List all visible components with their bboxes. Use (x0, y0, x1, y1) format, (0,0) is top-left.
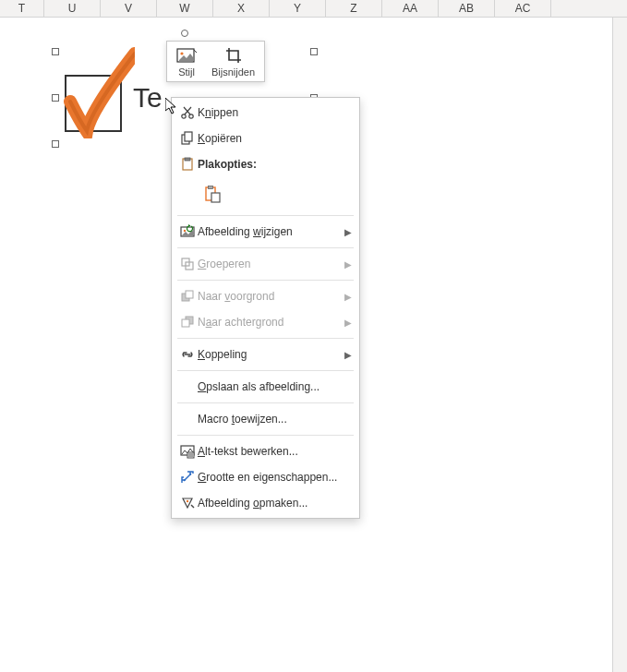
menu-separator (177, 370, 354, 371)
svg-rect-5 (185, 132, 192, 141)
style-label: Stijl (178, 66, 195, 78)
cut-icon (177, 105, 198, 120)
right-ruler (612, 18, 627, 672)
svg-rect-16 (186, 291, 193, 298)
bring-front-icon (177, 289, 198, 304)
submenu-arrow-icon: ▶ (344, 318, 352, 328)
crop-label: Bijsnijden (211, 66, 255, 78)
menu-copy[interactable]: Kopiëren (172, 126, 359, 151)
link-icon (177, 347, 198, 362)
menu-group-label: Groeperen (198, 258, 344, 270)
format-picture-icon (177, 496, 198, 510)
paste-options-row (172, 177, 359, 212)
svg-rect-20 (187, 452, 194, 458)
svg-rect-18 (182, 319, 189, 327)
menu-save-as-picture[interactable]: Opslaan als afbeelding... (172, 374, 359, 400)
menu-separator (177, 402, 354, 403)
menu-separator (177, 435, 354, 436)
crop-button[interactable]: Bijsnijden (208, 44, 259, 79)
svg-point-2 (182, 114, 186, 118)
menu-send-back-label: Naar achtergrond (198, 316, 344, 329)
menu-cut[interactable]: Knippen (172, 100, 359, 126)
menu-separator (177, 280, 354, 281)
group-icon (177, 257, 198, 271)
column-header[interactable]: AA (382, 0, 439, 17)
column-header[interactable]: T (0, 0, 44, 17)
resize-handle-top-right[interactable] (310, 48, 318, 55)
column-header[interactable]: Z (326, 0, 382, 17)
resize-handle-bottom-left[interactable] (52, 140, 59, 148)
submenu-arrow-icon: ▶ (344, 350, 352, 360)
send-back-icon (177, 315, 198, 330)
menu-edit-alt-text[interactable]: Alt-tekst bewerken... (172, 438, 359, 464)
column-header[interactable]: AC (495, 0, 551, 17)
menu-separator (177, 215, 354, 216)
menu-change-picture-label: Afbeelding wijzigen (198, 225, 344, 238)
menu-format-picture[interactable]: Afbeelding opmaken... (172, 490, 359, 516)
menu-send-back: Naar achtergrond ▶ (172, 309, 359, 335)
submenu-arrow-icon: ▶ (344, 292, 352, 302)
size-properties-icon (177, 470, 198, 485)
image-text: Te (133, 82, 163, 114)
svg-point-1 (180, 52, 183, 54)
context-menu: Knippen Kopiëren Plakopties: (171, 97, 360, 519)
column-header[interactable]: V (101, 0, 157, 17)
svg-point-21 (187, 500, 188, 502)
svg-rect-7 (185, 158, 190, 161)
menu-size-properties-label: Grootte en eigenschappen... (198, 471, 352, 484)
menu-cut-label: Knippen (198, 106, 352, 119)
copy-icon (177, 131, 198, 146)
change-picture-icon (177, 224, 198, 239)
crop-icon (224, 46, 243, 65)
column-header[interactable]: X (213, 0, 270, 17)
submenu-arrow-icon: ▶ (344, 259, 352, 270)
menu-group: Groeperen ▶ (172, 251, 359, 277)
menu-assign-macro[interactable]: Macro toewijzen... (172, 406, 359, 432)
submenu-arrow-icon: ▶ (344, 227, 352, 237)
menu-save-as-picture-label: Opslaan als afbeelding... (198, 380, 352, 393)
menu-paste-options-header: Plakopties: (172, 151, 359, 177)
paste-clipboard-icon (203, 185, 222, 203)
menu-assign-macro-label: Macro toewijzen... (198, 413, 352, 426)
svg-point-12 (184, 230, 186, 232)
menu-bring-front-label: Naar voorgrond (198, 290, 344, 303)
menu-edit-alt-text-label: Alt-tekst bewerken... (198, 445, 352, 458)
menu-format-picture-label: Afbeelding opmaken... (198, 497, 352, 510)
svg-point-3 (189, 114, 193, 118)
column-headers: TUVWXYZAAABAC (0, 0, 627, 18)
menu-link[interactable]: Koppeling ▶ (172, 342, 359, 367)
menu-paste-options-label: Plakopties: (198, 158, 352, 171)
mini-toolbar: Stijl Bijsnijden (166, 41, 265, 82)
column-header[interactable]: U (44, 0, 101, 17)
spreadsheet-grid[interactable]: Te Stijl Bijsnijden Knippe (0, 18, 627, 672)
menu-bring-front: Naar voorgrond ▶ (172, 283, 359, 309)
column-header[interactable]: AB (439, 0, 495, 17)
svg-rect-10 (211, 193, 220, 202)
menu-link-label: Koppeling (198, 348, 344, 361)
menu-separator (177, 247, 354, 248)
picture-style-icon (176, 46, 197, 65)
style-button[interactable]: Stijl (173, 44, 200, 79)
paste-icon (177, 157, 198, 172)
paste-option-button[interactable] (199, 181, 225, 207)
menu-copy-label: Kopiëren (198, 132, 352, 145)
menu-separator (177, 338, 354, 339)
column-header[interactable]: Y (270, 0, 326, 17)
resize-handle-left-mid[interactable] (52, 94, 59, 102)
rotate-handle[interactable] (181, 30, 188, 37)
svg-rect-9 (209, 186, 213, 189)
resize-handle-top-left[interactable] (52, 48, 59, 55)
menu-size-properties[interactable]: Grootte en eigenschappen... (172, 464, 359, 490)
checkmark-icon (61, 46, 135, 138)
column-header[interactable]: W (157, 0, 213, 17)
menu-change-picture[interactable]: Afbeelding wijzigen ▶ (172, 219, 359, 245)
alt-text-icon (177, 444, 198, 459)
